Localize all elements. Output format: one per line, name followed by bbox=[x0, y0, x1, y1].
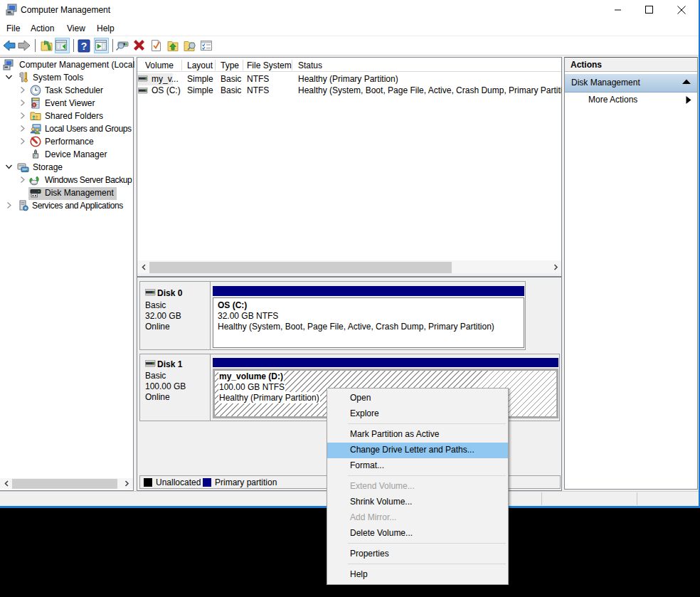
svg-text:?: ? bbox=[81, 41, 88, 52]
